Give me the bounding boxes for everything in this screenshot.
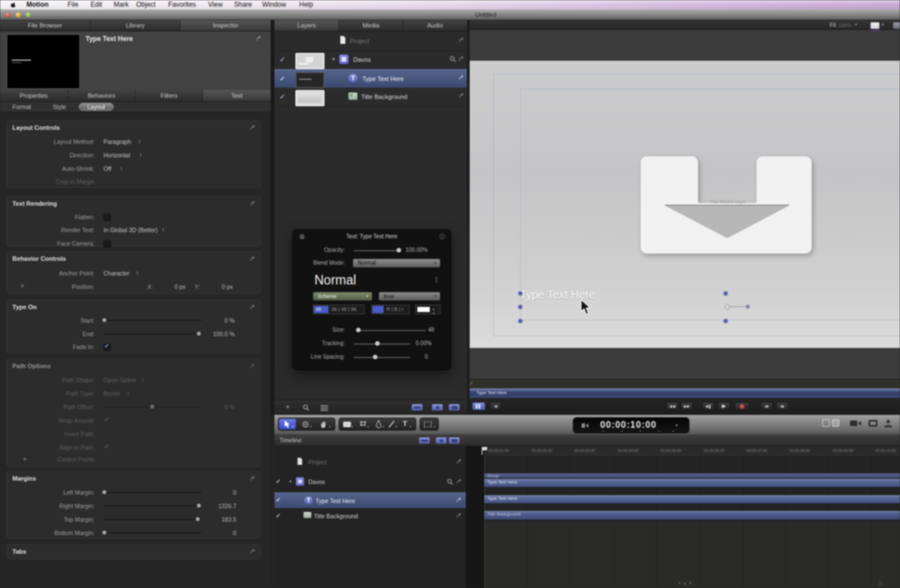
- svg-text:The Media says: The Media says: [709, 199, 745, 205]
